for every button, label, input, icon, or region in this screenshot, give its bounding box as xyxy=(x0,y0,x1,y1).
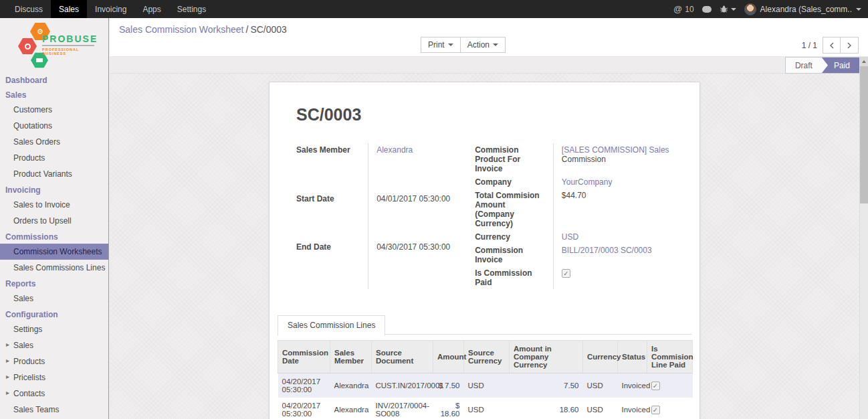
sidebar-item-products[interactable]: Products xyxy=(0,150,108,166)
avatar xyxy=(744,3,756,15)
table-row[interactable]: 04/20/2017 05:30:00 Alexandra INV/2017/0… xyxy=(278,398,693,419)
field-value-end-date: 04/30/2017 05:30:00 xyxy=(368,240,475,289)
chevron-down-icon xyxy=(856,8,861,11)
cell-line-paid xyxy=(647,398,693,419)
cell-commission-date: 04/20/2017 05:30:00 xyxy=(278,398,330,419)
notebook: Sales Commission Lines Commission Date S… xyxy=(278,315,691,419)
user-name: Alexandra (Sales_comm.. xyxy=(760,5,852,14)
tab-sales-commission-lines[interactable]: Sales Commission Lines xyxy=(278,315,385,336)
breadcrumb-parent-link[interactable]: Sales Commission Worksheet xyxy=(119,24,243,35)
sidebar-header-commissions[interactable]: Commissions xyxy=(0,229,108,244)
sidebar-header-sales[interactable]: Sales xyxy=(0,87,108,102)
field-label-is-commission-paid: Is Commission Paid xyxy=(475,266,553,289)
logo-name: PROBUSE xyxy=(42,33,94,46)
col-header-source-document[interactable]: Source Document xyxy=(372,341,433,373)
sidebar-header-dashboard[interactable]: Dashboard xyxy=(0,72,108,87)
field-value-commission-product-rest: Commission xyxy=(562,155,606,164)
field-value-commission-product-link[interactable]: [SALES COMMISSION] Sales xyxy=(562,145,669,155)
col-header-status[interactable]: Status xyxy=(618,341,647,373)
status-draft[interactable]: Draft xyxy=(786,58,822,73)
pager-next-button[interactable] xyxy=(841,37,859,54)
field-value-total-commission: $44.70 xyxy=(553,189,673,230)
chat-bubble-icon[interactable] xyxy=(702,6,712,13)
cell-source-document: INV/2017/0004-SO008 xyxy=(372,398,433,419)
sidebar-item-quotations[interactable]: Quotations xyxy=(0,118,108,134)
field-label-start-date: Start Date xyxy=(296,192,368,241)
field-value-start-date: 04/01/2017 05:30:00 xyxy=(368,192,475,241)
menu-apps[interactable]: Apps xyxy=(134,0,169,18)
sidebar-item-reports-sales[interactable]: Sales xyxy=(0,290,108,307)
sidebar-item-config-sales[interactable]: Sales xyxy=(0,337,108,353)
field-value-commission-invoice[interactable]: BILL/2017/0003 SC/0003 xyxy=(562,246,652,255)
menu-discuss[interactable]: Discuss xyxy=(7,0,51,18)
sidebar-header-configuration[interactable]: Configuration xyxy=(0,307,108,321)
menu-invoicing[interactable]: Invoicing xyxy=(87,0,134,18)
is-commission-paid-checkbox[interactable] xyxy=(562,269,570,278)
sidebar-header-invoicing[interactable]: Invoicing xyxy=(0,182,108,197)
line-paid-checkbox[interactable] xyxy=(651,406,660,414)
chevron-left-icon xyxy=(829,42,835,49)
action-button[interactable]: Action xyxy=(461,37,506,53)
field-value-currency[interactable]: USD xyxy=(562,232,578,242)
sidebar-item-customers[interactable]: Customers xyxy=(0,102,108,118)
cell-line-paid xyxy=(647,373,693,398)
field-label-total-commission: Total Commision Amount (Company Currency… xyxy=(475,189,553,230)
statusbar-row: Draft Paid xyxy=(110,57,859,74)
field-label-sales-member: Sales Member xyxy=(296,143,368,192)
col-header-is-commission-line-paid[interactable]: Is Commision Line Paid xyxy=(647,341,693,373)
scrollbar-up-button[interactable] xyxy=(860,57,868,66)
sidebar-item-commission-worksheets[interactable]: Commission Worksheets xyxy=(0,244,108,260)
col-header-amount[interactable]: Amount xyxy=(433,341,464,373)
user-menu[interactable]: Alexandra (Sales_comm.. xyxy=(744,3,861,15)
vertical-scrollbar[interactable] xyxy=(859,57,868,419)
sidebar-item-orders-to-upsell[interactable]: Orders to Upsell xyxy=(0,213,108,229)
menu-settings[interactable]: Settings xyxy=(169,0,214,18)
action-button-label: Action xyxy=(467,40,490,50)
sidebar-item-sales-teams[interactable]: Sales Teams xyxy=(0,402,108,418)
chevron-down-icon xyxy=(493,44,498,46)
cell-company-amount: 18.60 xyxy=(510,398,583,419)
table-row[interactable]: 04/20/2017 05:30:00 Alexandra CUST.IN/20… xyxy=(278,373,693,398)
chevron-right-icon xyxy=(847,42,852,49)
cell-currency: USD xyxy=(583,398,618,419)
top-navbar: Discuss Sales Invoicing Apps Settings @ … xyxy=(0,0,868,18)
sidebar-item-contacts[interactable]: Contacts xyxy=(0,386,108,402)
breadcrumb: Sales Commission Worksheet/SC/0003 xyxy=(110,18,868,35)
col-header-source-currency[interactable]: Source Currency xyxy=(464,341,510,373)
sidebar-item-sales-to-invoice[interactable]: Sales to Invoice xyxy=(0,197,108,213)
pager-value: 1 / 1 xyxy=(802,41,817,50)
form-sheet: SC/0003 Sales Member Alexandra Start Dat… xyxy=(269,82,700,419)
sidebar-item-settings[interactable]: Settings xyxy=(0,321,108,337)
print-button[interactable]: Print xyxy=(421,37,461,53)
pager: 1 / 1 xyxy=(802,37,859,54)
field-value-company[interactable]: YourCompany xyxy=(562,177,613,187)
cell-company-amount: 7.50 xyxy=(510,373,583,398)
scrollbar-thumb[interactable] xyxy=(860,66,868,203)
sidebar-item-product-variants[interactable]: Product Variants xyxy=(0,166,108,182)
sidebar-item-config-products[interactable]: Products xyxy=(0,353,108,369)
status-paid[interactable]: Paid xyxy=(822,58,859,73)
mention-counter[interactable]: @ 10 xyxy=(673,4,694,14)
sidebar-item-sales-commissions-lines[interactable]: Sales Commissions Lines xyxy=(0,260,108,276)
col-header-amount-company-currency[interactable]: Amount in Company Currency xyxy=(510,341,583,373)
logo-hexagon-red-icon xyxy=(18,37,37,56)
probuse-logo: ⚙ PROBUSE PROFESSIONAL BUSINESS xyxy=(14,21,94,66)
field-group-right: Commision Product For Invoice [SALES COM… xyxy=(475,143,673,289)
menu-sales[interactable]: Sales xyxy=(51,0,87,18)
col-header-sales-member[interactable]: Sales Member xyxy=(330,341,372,373)
breadcrumb-separator: / xyxy=(245,24,248,35)
sidebar-item-pricelists[interactable]: Pricelists xyxy=(0,369,108,386)
col-header-currency[interactable]: Currency xyxy=(583,341,618,373)
sidebar-item-sales-orders[interactable]: Sales Orders xyxy=(0,134,108,150)
sidebar-header-reports[interactable]: Reports xyxy=(0,276,108,290)
line-paid-checkbox[interactable] xyxy=(651,382,660,390)
field-value-sales-member[interactable]: Alexandra xyxy=(376,145,413,155)
debug-menu[interactable] xyxy=(720,5,736,13)
col-header-commission-date[interactable]: Commission Date xyxy=(278,341,330,373)
cell-amount: $ 18.60 xyxy=(433,398,464,419)
pager-previous-button[interactable] xyxy=(823,37,841,54)
field-label-end-date: End Date xyxy=(296,240,368,289)
control-panel: Sales Commission Worksheet/SC/0003 Print… xyxy=(110,18,868,57)
field-label-commission-invoice: Commission Invoice xyxy=(475,244,553,266)
field-label-currency: Currency xyxy=(475,230,553,244)
